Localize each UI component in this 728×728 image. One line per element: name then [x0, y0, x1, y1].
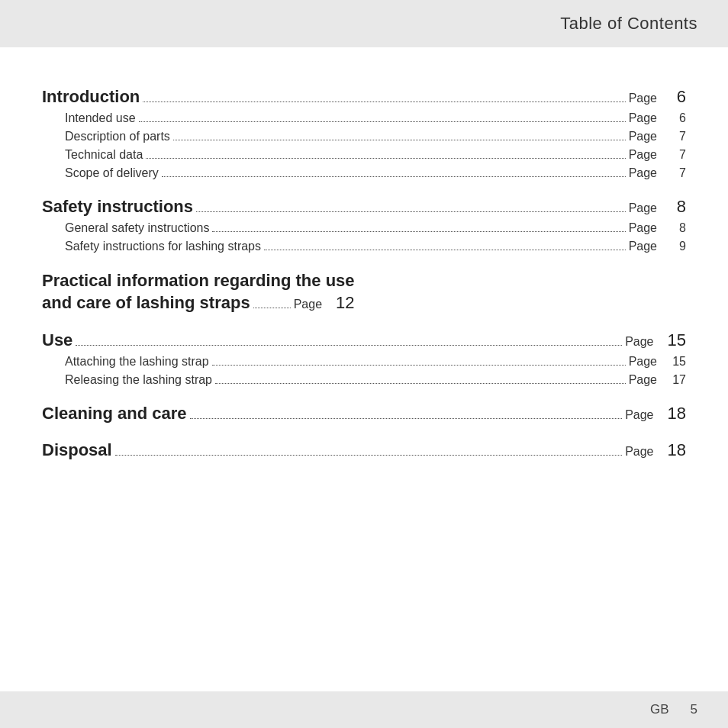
toc-page-num-disposal: 18	[668, 440, 686, 460]
toc-dots-description	[173, 140, 626, 140]
toc-dots-lashing-safety	[264, 250, 626, 250]
toc-dots-releasing	[215, 383, 626, 384]
toc-page-num-releasing: 17	[671, 373, 686, 387]
toc-page-num-lashing-safety: 9	[671, 240, 686, 253]
toc-page-word-safety: Page	[629, 201, 657, 215]
toc-dots-practical	[253, 308, 291, 308]
toc-row-technical: Technical data Page 7	[42, 148, 686, 162]
toc-page-word-releasing: Page	[629, 373, 657, 387]
toc-dots-technical	[146, 158, 625, 159]
toc-row-description: Description of parts Page 7	[42, 130, 686, 143]
toc-content: Introduction Page 6 Intended use Page 6 …	[0, 47, 728, 691]
toc-label-practical-line1: Practical information regarding the use	[42, 270, 355, 292]
toc-label-general-safety: General safety instructions	[42, 221, 209, 235]
toc-label-practical-line2: and care of lashing straps	[42, 292, 250, 314]
toc-page-word-description: Page	[629, 130, 657, 143]
toc-dots-attaching	[212, 365, 626, 366]
toc-row-lashing-safety: Safety instructions for lashing straps P…	[42, 240, 686, 253]
toc-label-lashing-safety: Safety instructions for lashing straps	[42, 240, 261, 253]
toc-practical-line2-row: and care of lashing straps Page 12	[42, 292, 355, 314]
toc-row-use: Use Page 15	[42, 330, 686, 350]
toc-page-word-cleaning: Page	[625, 408, 653, 422]
toc-row-releasing: Releasing the lashing strap Page 17	[42, 373, 686, 387]
toc-page-num-technical: 7	[671, 148, 686, 162]
toc-label-disposal: Disposal	[42, 440, 112, 460]
toc-dots-use	[76, 345, 622, 346]
toc-row-introduction: Introduction Page 6	[42, 87, 686, 107]
toc-label-intended-use: Intended use	[42, 111, 136, 125]
toc-page-word-general-safety: Page	[629, 221, 657, 235]
toc-page-word-scope: Page	[629, 166, 657, 180]
toc-label-use: Use	[42, 330, 72, 350]
toc-label-releasing: Releasing the lashing strap	[42, 373, 212, 387]
toc-page-num-practical: 12	[336, 293, 354, 313]
toc-page-num-use: 15	[668, 330, 686, 350]
toc-page-num-introduction: 6	[671, 87, 686, 107]
toc-row-attaching: Attaching the lashing strap Page 15	[42, 355, 686, 369]
toc-page-word-technical: Page	[629, 148, 657, 162]
toc-label-technical: Technical data	[42, 148, 143, 162]
toc-row-practical: Practical information regarding the use …	[42, 270, 686, 314]
footer-page-number: 5	[691, 702, 697, 717]
toc-dots-cleaning	[190, 418, 623, 419]
toc-dots-safety	[196, 211, 626, 212]
toc-label-safety: Safety instructions	[42, 197, 193, 217]
toc-practical-labels: Practical information regarding the use …	[42, 270, 355, 314]
toc-row-scope: Scope of delivery Page 7	[42, 166, 686, 180]
toc-page-word-attaching: Page	[629, 355, 657, 369]
toc-page-num-general-safety: 8	[671, 221, 686, 235]
toc-dots-introduction	[143, 101, 625, 102]
toc-page-word-practical: Page	[294, 298, 322, 311]
toc-page-word-disposal: Page	[625, 445, 653, 459]
toc-page-word-introduction: Page	[629, 92, 657, 105]
toc-page-num-scope: 7	[671, 166, 686, 180]
toc-label-attaching: Attaching the lashing strap	[42, 355, 209, 369]
toc-page-num-intended-use: 6	[671, 111, 686, 125]
toc-label-description: Description of parts	[42, 130, 170, 143]
toc-dots-disposal	[115, 455, 622, 456]
toc-page-num-cleaning: 18	[668, 404, 686, 424]
page-header: Table of Contents	[0, 0, 728, 47]
footer-country: GB	[650, 702, 669, 717]
toc-page-num-safety: 8	[671, 197, 686, 217]
toc-dots-general-safety	[212, 231, 625, 232]
toc-page-num-description: 7	[671, 130, 686, 143]
toc-row-intended-use: Intended use Page 6	[42, 111, 686, 125]
toc-row-cleaning: Cleaning and care Page 18	[42, 404, 686, 424]
toc-label-scope: Scope of delivery	[42, 166, 159, 180]
toc-dots-scope	[162, 176, 626, 177]
toc-row-disposal: Disposal Page 18	[42, 440, 686, 460]
toc-row-safety: Safety instructions Page 8	[42, 197, 686, 217]
toc-page-word-intended-use: Page	[629, 111, 657, 125]
toc-label-introduction: Introduction	[42, 87, 140, 107]
page: Table of Contents Introduction Page 6 In…	[0, 0, 728, 728]
header-title: Table of Contents	[560, 14, 697, 33]
toc-page-word-lashing-safety: Page	[629, 240, 657, 253]
toc-dots-intended-use	[139, 121, 626, 122]
toc-row-general-safety: General safety instructions Page 8	[42, 221, 686, 235]
page-footer: GB 5	[0, 691, 728, 728]
toc-label-cleaning: Cleaning and care	[42, 404, 187, 424]
toc-page-word-use: Page	[625, 335, 653, 349]
toc-page-num-attaching: 15	[671, 355, 686, 369]
